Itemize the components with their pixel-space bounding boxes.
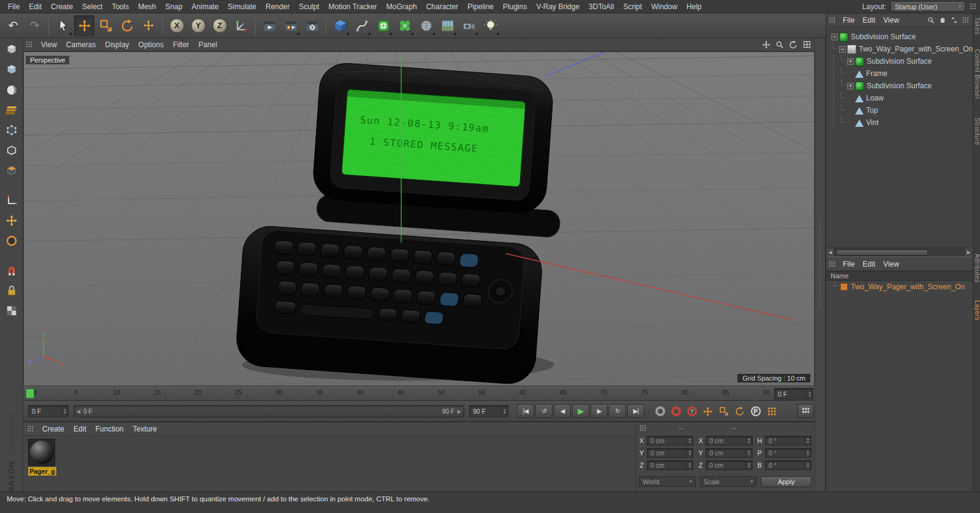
timeline-ruler[interactable]: 051015202530354045505560657075808590 0 F… xyxy=(23,386,815,401)
tree-expander[interactable]: + xyxy=(847,83,854,89)
keyframe-selection-button[interactable]: ? xyxy=(686,406,698,417)
next-key-button[interactable]: ↻ xyxy=(609,404,626,418)
object-manager-menu-file[interactable]: File xyxy=(839,15,858,25)
menu-render[interactable]: Render xyxy=(262,2,294,12)
add-environment-button[interactable] xyxy=(437,15,458,36)
menu-3dtoall[interactable]: 3DToAll xyxy=(584,2,618,12)
menu-window[interactable]: Window xyxy=(647,2,682,12)
perspective-label[interactable]: Perspective xyxy=(26,56,69,64)
record-active-objects-button[interactable] xyxy=(654,406,666,417)
position-z-field[interactable]: 0 cm▴▾ xyxy=(647,460,693,470)
open-timeline-button[interactable] xyxy=(797,404,813,418)
menu-animate[interactable]: Animate xyxy=(187,2,223,12)
previous-frame-button[interactable]: ◀ xyxy=(554,404,571,418)
side-tab-attributes[interactable]: Attributes xyxy=(973,254,980,283)
side-tab-structure[interactable]: Structure xyxy=(973,118,980,145)
rotate-button[interactable] xyxy=(117,15,137,36)
rotate-view-icon[interactable] xyxy=(788,40,799,50)
scale-button[interactable] xyxy=(96,15,116,36)
lock-z-axis-button[interactable]: Z xyxy=(209,15,230,36)
edges-mode-button[interactable] xyxy=(2,142,21,160)
size-x-field[interactable]: 0 cm▴▾ xyxy=(706,436,752,446)
viewport-menu-panel[interactable]: Panel xyxy=(194,40,222,50)
size-z-field[interactable]: 0 cm▴▾ xyxy=(706,460,752,470)
menu-mograph[interactable]: MoGraph xyxy=(382,2,421,12)
rotation-h-field[interactable]: 0 °▴▾ xyxy=(765,436,812,446)
menu-sculpt[interactable]: Sculpt xyxy=(295,2,323,12)
stepper-icon[interactable]: ▴▾ xyxy=(745,461,752,469)
current-frame-field[interactable]: 0 F ▴▾ xyxy=(28,405,69,417)
redo-button[interactable]: ↷ xyxy=(24,15,45,36)
menu-create[interactable]: Create xyxy=(47,2,77,12)
menu-character[interactable]: Character xyxy=(422,2,463,12)
material-thumbnail[interactable] xyxy=(28,439,55,466)
viewport-menu-view[interactable]: View xyxy=(37,40,61,50)
move-button[interactable] xyxy=(74,15,94,36)
range-end-handle[interactable]: 90 F ▶ xyxy=(442,408,461,415)
workplane-mode-button[interactable] xyxy=(2,101,21,120)
stepper-icon[interactable]: ▴▾ xyxy=(804,436,811,445)
tree-row-frame[interactable]: Frame xyxy=(826,67,973,80)
position-y-field[interactable]: 0 cm▴▾ xyxy=(647,448,693,458)
tree-expander[interactable]: − xyxy=(831,34,838,40)
layout-select[interactable]: Startup (User) ▾ xyxy=(891,1,965,12)
coordinate-system-button[interactable] xyxy=(231,15,251,36)
add-primitive-button[interactable] xyxy=(330,15,350,36)
object-manager-menu-view[interactable]: View xyxy=(880,15,903,25)
side-tab-takes[interactable]: Takes xyxy=(973,17,980,35)
object-manager-scrollbar[interactable]: ◀ ▶ xyxy=(826,248,973,256)
points-mode-button[interactable] xyxy=(2,121,21,140)
current-frame-marker[interactable] xyxy=(26,389,34,398)
layer-manager-menu-view[interactable]: View xyxy=(880,259,903,269)
tree-row-subdivision-surface[interactable]: +Subdivision Surface xyxy=(826,80,973,92)
stepper-icon[interactable]: ▴▾ xyxy=(745,449,752,457)
record-scale-button[interactable] xyxy=(718,406,729,417)
side-tab-layers[interactable]: Layers xyxy=(973,300,980,321)
tree-expander[interactable]: + xyxy=(847,58,854,65)
menu-pipeline[interactable]: Pipeline xyxy=(463,2,498,12)
layer-item[interactable]: Two_Way_Pager_with_Screen_On xyxy=(826,281,973,292)
undo-button[interactable]: ↶ xyxy=(3,15,23,36)
layer-manager-menu-edit[interactable]: Edit xyxy=(859,259,879,269)
position-x-field[interactable]: 0 cm▴▾ xyxy=(647,436,693,446)
stepper-icon[interactable]: ▴▾ xyxy=(686,449,693,457)
pan-view-icon[interactable] xyxy=(761,40,772,50)
apply-button[interactable]: Apply xyxy=(761,476,812,487)
live-selection-button[interactable] xyxy=(53,15,73,36)
scroll-left-icon[interactable]: ◀ xyxy=(826,248,835,256)
make-editable-button[interactable] xyxy=(2,40,21,59)
tree-row-subdivision-surface[interactable]: −Subdivision Surface xyxy=(826,31,973,43)
add-light-button[interactable] xyxy=(480,15,500,36)
add-generator-button[interactable] xyxy=(373,15,393,36)
layer-manager-menu-file[interactable]: File xyxy=(839,259,858,269)
menu-script[interactable]: Script xyxy=(619,2,646,12)
scrollbar-thumb[interactable] xyxy=(836,249,928,256)
viewport-solo-button[interactable] xyxy=(2,232,21,250)
tree-row-loaw[interactable]: Loaw xyxy=(826,92,973,104)
lock-x-axis-button[interactable]: X xyxy=(167,15,187,36)
ruler-frame-field[interactable]: 0 F ▴▾ xyxy=(774,388,813,400)
size-mode-dropdown[interactable]: Scale ▾ xyxy=(700,476,757,487)
render-picture-viewer-button[interactable] xyxy=(281,15,301,36)
menu-help[interactable]: Help xyxy=(682,2,706,12)
menu-select[interactable]: Select xyxy=(78,2,107,12)
material-menu-texture[interactable]: Texture xyxy=(129,424,161,434)
stepper-icon[interactable]: ▴▾ xyxy=(61,406,68,417)
end-frame-field[interactable]: 90 F ▴▾ xyxy=(469,405,508,417)
rotation-p-field[interactable]: 0 °▴▾ xyxy=(765,448,812,458)
viewport-menu-cameras[interactable]: Cameras xyxy=(62,40,100,50)
play-forward-button[interactable]: ▶ xyxy=(572,404,589,418)
menu-snap[interactable]: Snap xyxy=(161,2,187,12)
viewport-menu-options[interactable]: Options xyxy=(134,40,168,50)
scroll-right-icon[interactable]: ▶ xyxy=(964,248,973,256)
polygons-mode-button[interactable] xyxy=(2,162,21,180)
vertical-splitter[interactable] xyxy=(815,38,826,492)
tree-expander[interactable]: − xyxy=(839,46,846,53)
menu-file[interactable]: File xyxy=(4,2,24,12)
record-rotation-button[interactable] xyxy=(734,406,745,417)
menu-mesh[interactable]: Mesh xyxy=(134,2,160,12)
stepper-icon[interactable]: ▴▾ xyxy=(745,436,752,445)
material-menu-create[interactable]: Create xyxy=(38,424,69,434)
stepper-icon[interactable]: ▴▾ xyxy=(806,389,813,399)
edit-render-settings-button[interactable] xyxy=(302,15,322,36)
